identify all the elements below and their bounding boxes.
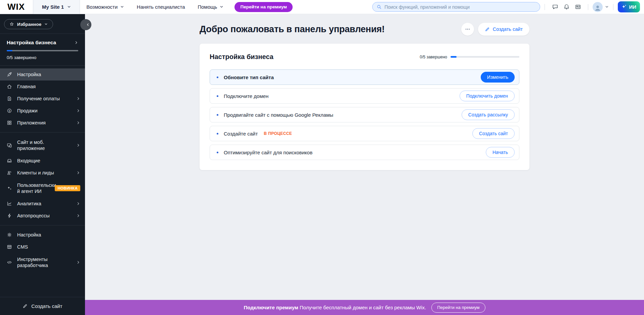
task-bullet-icon: [217, 95, 218, 97]
chevron-right-icon: [76, 214, 80, 218]
account-menu-button[interactable]: [593, 2, 609, 12]
sidebar-item-label: Сайт и моб. приложение: [17, 139, 57, 151]
chat-button[interactable]: [549, 1, 561, 13]
chevron-right-icon: [76, 260, 80, 264]
task-status-badge: В ПРОЦЕССЕ: [264, 131, 292, 136]
ai-sparkle-icon: [621, 4, 627, 10]
chevron-right-icon: [76, 143, 80, 147]
business-setup-panel[interactable]: Настройка бизнеса 0/5 завершено: [0, 34, 85, 65]
sidebar-item-label: Настройка: [17, 232, 41, 238]
divider: [545, 4, 545, 10]
sidebar-item[interactable]: Настройка: [0, 229, 85, 241]
task-row[interactable]: Создайте сайтВ ПРОЦЕССЕСоздать сайт: [210, 126, 519, 141]
chevron-right-icon: [76, 121, 80, 125]
sidebar-item[interactable]: $Получение оплаты: [0, 93, 85, 105]
inbox-icon: [7, 158, 12, 163]
task-action-button[interactable]: Создать сайт: [472, 128, 515, 139]
sidebar-item[interactable]: Инструменты разработчика: [0, 253, 85, 272]
sidebar-item-label: Аналитика: [17, 201, 41, 207]
card-progress: 0/5 завершено: [420, 55, 519, 59]
ai-button-label: ИИ: [629, 4, 636, 10]
task-row[interactable]: Обновите тип сайтаИзменить: [210, 69, 519, 85]
updates-button[interactable]: [572, 1, 584, 13]
sidebar-item[interactable]: Настройка: [0, 68, 85, 81]
ai-assistant-button[interactable]: ИИ: [618, 1, 640, 12]
task-row[interactable]: Оптимизируйте сайт для поисковиковНачать: [210, 145, 519, 160]
notifications-button[interactable]: [561, 1, 572, 13]
sidebar-progress-label: 0/5 завершено: [7, 55, 78, 60]
chevron-down-icon: [605, 5, 609, 9]
sidebar-item[interactable]: Входящие: [0, 155, 85, 167]
sidebar-item[interactable]: Сайт и моб. приложение: [0, 136, 85, 155]
chevron-right-icon: [76, 202, 80, 206]
wix-logo[interactable]: WIX: [0, 2, 33, 12]
sidebar-create-site-button[interactable]: Создать сайт: [0, 297, 85, 315]
sidebar-divider: [0, 225, 85, 225]
code-icon: [7, 260, 12, 265]
main-area: Добро пожаловать в панель управления! Со…: [85, 14, 644, 315]
sidebar-progress-fill: [7, 50, 12, 51]
task-list: Обновите тип сайтаИзменитьПодключите дом…: [210, 69, 519, 160]
banner-premium-button[interactable]: Перейти на премиум: [431, 303, 485, 313]
devices-icon: [7, 143, 12, 148]
upgrade-premium-button[interactable]: Перейти на премиум: [234, 2, 293, 12]
rocket-icon: [7, 72, 12, 77]
wix-dashboard: WIX My Site 1 Возможности Нанять специал…: [0, 0, 644, 315]
sidebar-item-label: Автопроцессы: [17, 213, 50, 219]
site-selector[interactable]: My Site 1: [33, 0, 80, 14]
avatar: [593, 2, 603, 12]
more-actions-button[interactable]: [461, 23, 474, 36]
task-bullet-icon: [217, 114, 218, 116]
create-site-button[interactable]: Создать сайт: [478, 23, 529, 36]
sidebar-item[interactable]: Клиенты и лиды: [0, 167, 85, 179]
nav-label: Возможности: [86, 4, 118, 10]
sidebar-item[interactable]: Главная: [0, 81, 85, 93]
sidebar-item[interactable]: Пользовательский агент ИИНОВИНКА: [0, 179, 85, 198]
apps-icon: [7, 120, 12, 125]
favorites-label: Избранное: [17, 22, 41, 27]
page-title: Добро пожаловать в панель управления!: [200, 24, 385, 35]
home-icon: [7, 84, 12, 89]
top-bar: WIX My Site 1 Возможности Нанять специал…: [0, 0, 644, 14]
cms-icon: [7, 244, 12, 250]
task-row[interactable]: Подключите доменПодключить домен: [210, 88, 519, 104]
banner-regular-text: Получите бесплатный домен и сайт без рек…: [300, 305, 426, 310]
wand-icon: [7, 186, 12, 191]
sidebar-item[interactable]: $Продажи: [0, 105, 85, 117]
task-bullet-icon: [217, 152, 218, 153]
task-label: Обновите тип сайта: [224, 74, 274, 80]
task-label: Подключите домен: [224, 93, 268, 99]
task-action-button[interactable]: Создать рассылку: [462, 109, 515, 120]
task-action-button[interactable]: Подключить домен: [460, 91, 515, 101]
sidebar-item[interactable]: CMS: [0, 241, 85, 253]
task-row[interactable]: Продвигайте сайт с помощью Google Реклам…: [210, 107, 519, 122]
page-header: Добро пожаловать в панель управления! Со…: [200, 23, 529, 36]
nav-opportunities[interactable]: Возможности: [80, 4, 130, 10]
favorites-row: Избранное: [0, 14, 85, 34]
pencil-icon: [23, 304, 28, 309]
sidebar-item[interactable]: Приложения: [0, 117, 85, 129]
premium-banner: Подключите премиумПолучите бесплатный до…: [85, 300, 644, 315]
task-action-button[interactable]: Изменить: [481, 72, 515, 83]
task-bullet-icon: [217, 133, 218, 135]
gear-icon: [7, 232, 12, 238]
chevron-right-icon: [74, 41, 78, 45]
sidebar-item-label: Продажи: [17, 108, 38, 114]
chevron-right-icon: [76, 171, 80, 175]
nav-help[interactable]: Помощь: [191, 4, 230, 10]
sidebar-item[interactable]: Автопроцессы: [0, 210, 85, 222]
sidebar-item-label: Главная: [17, 84, 36, 90]
more-dots-icon: [465, 26, 471, 32]
chevron-down-icon: [120, 5, 124, 9]
search-input[interactable]: [384, 4, 536, 10]
chevron-down-icon: [44, 22, 48, 26]
favorites-dropdown[interactable]: Избранное: [4, 19, 53, 29]
task-action-button[interactable]: Начать: [486, 147, 515, 158]
lightning-icon: [7, 213, 12, 218]
nav-hire-specialist[interactable]: Нанять специалиста: [130, 4, 191, 10]
banner-bold-text: Подключите премиум: [244, 305, 298, 310]
sidebar-item[interactable]: Аналитика: [0, 198, 85, 210]
site-name: My Site 1: [42, 4, 64, 10]
sidebar-collapse-button[interactable]: [80, 19, 91, 30]
svg-text:$: $: [9, 110, 10, 112]
